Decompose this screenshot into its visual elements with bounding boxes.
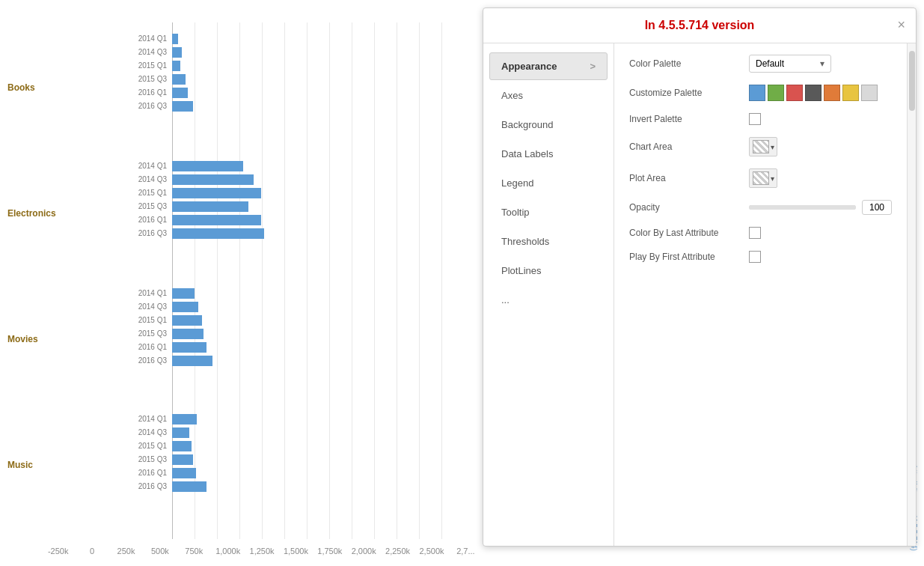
nav-item-background[interactable]: Background: [489, 111, 608, 139]
bar: [172, 342, 206, 353]
play-by-first-row: Play By First Attribute: [629, 251, 892, 263]
panel-scrollbar[interactable]: [907, 43, 916, 546]
x-axis-label: -250k: [41, 547, 75, 556]
color-swatch[interactable]: [749, 85, 765, 101]
row-label: 2016 Q1: [41, 216, 167, 224]
bar: [172, 356, 212, 366]
bar: [172, 215, 261, 225]
grid-line: [195, 22, 195, 539]
grid-line: [374, 22, 375, 539]
nav-item-legend[interactable]: Legend: [489, 169, 608, 197]
color-palette-row: Color Palette Default ▾: [629, 55, 892, 73]
row-label: 2014 Q3: [41, 428, 167, 436]
panel-header: In 4.5.5.714 version ×: [483, 8, 916, 43]
bar: [172, 468, 196, 478]
row-label: 2014 Q3: [41, 175, 167, 183]
row-label: 2016 Q1: [41, 88, 167, 97]
x-axis-label: 2,000k: [347, 547, 381, 556]
play-by-first-label: Play By First Attribute: [629, 252, 749, 262]
opacity-label: Opacity: [629, 202, 749, 213]
panel-nav: Appearance>AxesBackgroundData LabelsLege…: [483, 43, 614, 546]
nav-item-data-labels[interactable]: Data Labels: [489, 140, 608, 168]
row-label: 2014 Q3: [41, 48, 167, 56]
plot-area-dropdown-arrow: ▾: [771, 174, 774, 183]
nav-item-appearance[interactable]: Appearance>: [489, 52, 608, 80]
grid-line: [419, 22, 420, 539]
grid-line: [307, 22, 308, 539]
dropdown-arrow: ▾: [820, 58, 824, 69]
bar: [172, 228, 264, 239]
grid-line: [397, 22, 397, 539]
color-swatch[interactable]: [768, 85, 784, 101]
bar: [172, 288, 195, 299]
category-label: Electronics: [7, 208, 56, 219]
nav-item-axes[interactable]: Axes: [489, 82, 608, 109]
grid-line: [284, 22, 285, 539]
nav-item-more[interactable]: ...: [489, 286, 608, 314]
x-axis-label: 1,750k: [313, 547, 346, 556]
opacity-slider[interactable]: [749, 205, 856, 210]
bar: [172, 441, 192, 451]
invert-palette-control: [749, 113, 892, 125]
row-label: 2016 Q3: [41, 229, 167, 237]
panel-body: Appearance>AxesBackgroundData LabelsLege…: [483, 43, 916, 546]
x-axis-label: 500k: [143, 547, 177, 556]
x-axis-label: 2,500k: [414, 547, 448, 556]
panel-content: Color Palette Default ▾ Customize Palett…: [614, 43, 907, 546]
invert-palette-label: Invert Palette: [629, 114, 749, 124]
play-by-first-control: [749, 251, 892, 263]
color-swatch[interactable]: [842, 85, 859, 101]
bar: [172, 47, 182, 58]
plot-area-color-button[interactable]: ▾: [749, 168, 777, 188]
row-label: 2016 Q3: [41, 356, 167, 365]
row-label: 2015 Q3: [41, 329, 167, 338]
color-by-last-checkbox[interactable]: [749, 227, 761, 239]
settings-panel: In 4.5.5.714 version × Appearance>AxesBa…: [483, 7, 917, 547]
row-label: 2016 Q1: [41, 343, 167, 351]
bar: [172, 174, 254, 185]
row-label: 2014 Q1: [41, 162, 167, 170]
nav-item-thresholds[interactable]: Thresholds: [489, 228, 608, 255]
bar: [172, 34, 178, 44]
bar: [172, 201, 248, 212]
invert-palette-row: Invert Palette: [629, 113, 892, 125]
category-label: Books: [7, 82, 35, 93]
row-label: 2015 Q1: [41, 61, 167, 70]
row-label: 2015 Q3: [41, 455, 167, 463]
nav-item-plotlines[interactable]: PlotLines: [489, 257, 608, 284]
grid-line: [352, 22, 352, 539]
close-button[interactable]: ×: [897, 17, 905, 33]
row-label: 2015 Q1: [41, 316, 167, 324]
grid-line: [329, 22, 330, 539]
row-label: 2014 Q1: [41, 289, 167, 297]
x-axis-label: 0: [75, 547, 108, 556]
color-swatch[interactable]: [824, 85, 840, 101]
invert-palette-checkbox[interactable]: [749, 113, 761, 125]
scrollbar-thumb: [909, 51, 915, 111]
bar: [172, 101, 193, 112]
bar: [172, 302, 198, 312]
color-swatch[interactable]: [786, 85, 803, 101]
x-axis-label: 250k: [109, 547, 143, 556]
bar: [172, 161, 243, 171]
x-axis-label: 2,250k: [381, 547, 414, 556]
opacity-control: 100: [749, 200, 892, 215]
row-label: 2015 Q3: [41, 202, 167, 210]
panel-title: In 4.5.5.714 version: [645, 19, 755, 32]
color-swatch[interactable]: [805, 85, 821, 101]
row-label: 2015 Q3: [41, 75, 167, 83]
bar: [172, 329, 204, 339]
color-by-last-label: Color By Last Attribute: [629, 228, 749, 238]
play-by-first-checkbox[interactable]: [749, 251, 761, 263]
chart-area-dropdown-arrow: ▾: [771, 143, 774, 151]
nav-item-tooltip[interactable]: Tooltip: [489, 198, 608, 226]
bar: [172, 188, 261, 198]
plot-area-label: Plot Area: [629, 173, 749, 183]
category-label: Movies: [7, 334, 38, 344]
grid-line: [217, 22, 218, 539]
color-palette-select[interactable]: Default ▾: [749, 55, 831, 73]
chart-area-color-button[interactable]: ▾: [749, 137, 777, 156]
color-swatch[interactable]: [861, 85, 878, 101]
bar: [172, 88, 188, 98]
chart-area-control: ▾: [749, 137, 892, 156]
